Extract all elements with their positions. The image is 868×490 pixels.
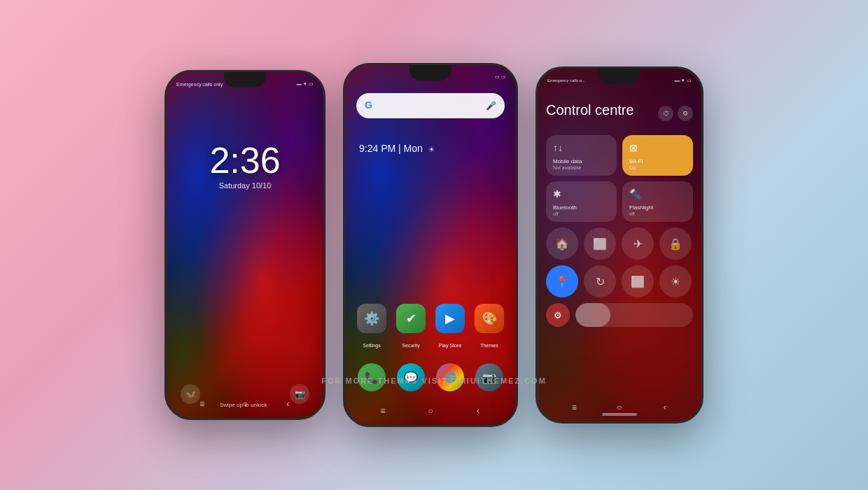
lock-rotation-icon[interactable]: 🔒: [659, 227, 692, 260]
nav-bar-phone3: ≡ ○ ‹: [538, 400, 701, 414]
app-security[interactable]: ✔ Security: [396, 304, 426, 348]
themes-label: Themes: [475, 343, 504, 348]
status-right-phone1: ▪▪▪ ▾ ▭: [297, 81, 314, 87]
nav-home-icon-p1[interactable]: ○: [238, 397, 252, 411]
signal-icon-phone3: ▪▪▪: [675, 78, 680, 83]
google-search-bar[interactable]: G 🎤: [356, 93, 505, 118]
brightness-slider[interactable]: [575, 303, 693, 327]
wifi-label-group: WI-FI On: [629, 158, 643, 170]
app-settings[interactable]: ⚙️ Settings: [357, 304, 386, 348]
control-top-tiles: ↑↓ Mobile data Not available ⊠ WI-FI On: [546, 135, 693, 176]
nav-menu-icon-p1[interactable]: ≡: [195, 397, 209, 411]
playstore-app-icon[interactable]: ▶: [435, 304, 465, 333]
bluetooth-tile[interactable]: ✱ Bluetooth off: [546, 181, 617, 222]
nav-back-icon-p1[interactable]: ‹: [281, 397, 295, 411]
brightness-tile-icon[interactable]: ☀: [659, 265, 692, 298]
control-centre-title: Control centre: [546, 102, 634, 118]
signal-icon-phone1: ▪▪▪: [297, 82, 302, 87]
wallpaper-lockscreen: [167, 72, 323, 418]
nav-bar-phone2: ≡ ○ ‹: [345, 404, 516, 418]
brightness-icon: ☀: [428, 146, 435, 153]
control-centre-content: Control centre ⏱ ⚙ ↑↓ Mobile data Not av…: [546, 93, 693, 332]
bluetooth-icon: ✱: [553, 188, 561, 200]
flashlight-icon: 🔦: [629, 188, 641, 200]
wifi-status-icon: ▾: [682, 78, 685, 83]
flashlight-label-group: Flashlight off: [629, 204, 653, 216]
nav-home-icon-p2[interactable]: ○: [424, 404, 438, 418]
settings-gear-icon[interactable]: ⚙: [678, 106, 693, 121]
app-themes[interactable]: 🎨 Themes: [475, 304, 504, 348]
nav-menu-icon-p3[interactable]: ≡: [567, 400, 581, 414]
nav-back-icon-p3[interactable]: ‹: [658, 400, 672, 414]
timer-icon[interactable]: ⏱: [658, 106, 673, 121]
watermark: FOR MORE THEMES VISIT - MIUITHEMEZ.COM: [321, 377, 547, 385]
nav-back-icon-p2[interactable]: ‹: [471, 404, 485, 418]
settings-label: Settings: [357, 343, 386, 348]
status-left-phone3: Emergency calls o...: [547, 78, 585, 83]
small-icons-row1: 🏠 ⬜ ✈ 🔒: [546, 227, 693, 260]
status-left-phone1: Emergency calls only: [176, 82, 223, 87]
playstore-icon: ▶: [445, 311, 455, 326]
notch-phone1: [224, 72, 266, 88]
security-icon: ✔: [406, 311, 416, 326]
brightness-fill: [575, 303, 610, 327]
lock-clock: 2:36: [167, 142, 323, 178]
mobile-data-icon: ↑↓: [553, 142, 563, 153]
flashlight-tile[interactable]: 🔦 Flashlight off: [622, 181, 693, 222]
settings-app-icon[interactable]: ⚙️: [357, 304, 386, 333]
home-control-icon[interactable]: 🏠: [546, 227, 578, 260]
wifi-tile[interactable]: ⊠ WI-FI On: [622, 135, 693, 176]
app-playstore[interactable]: ▶ Play Store: [435, 304, 465, 348]
apps-grid: ⚙️ Settings ✔ Security ▶ Play Store: [352, 304, 509, 348]
wifi-tile-icon: ⊠: [629, 142, 638, 153]
security-app-icon[interactable]: ✔: [396, 304, 426, 333]
control-settings-icons: ⏱ ⚙: [658, 106, 693, 121]
location-icon[interactable]: 📍: [546, 265, 578, 298]
notch-phone2: [410, 65, 451, 80]
battery-icon-phone2: ▭ ▭: [495, 74, 506, 80]
phone-lockscreen: Emergency calls only ▪▪▪ ▾ ▭ 2:36 Saturd…: [164, 70, 326, 420]
control-second-tiles: ✱ Bluetooth off 🔦 Flashlight off: [546, 181, 693, 222]
mobile-data-label: Mobile data Not available: [553, 158, 582, 170]
status-right-phone2: ▭ ▭: [495, 74, 506, 80]
settings-small-icon[interactable]: ⚙: [546, 303, 570, 327]
lock-time: 2:36 Saturday 10/10: [167, 142, 323, 190]
settings-icon: ⚙️: [364, 311, 379, 326]
mic-icon[interactable]: 🎤: [486, 101, 496, 111]
lock-date: Saturday 10/10: [167, 181, 323, 190]
themes-icon: 🎨: [482, 311, 497, 326]
playstore-label: Play Store: [435, 343, 465, 348]
themes-app-icon[interactable]: 🎨: [475, 304, 504, 333]
security-label: Security: [396, 343, 426, 348]
phones-container: Emergency calls only ▪▪▪ ▾ ▭ 2:36 Saturd…: [164, 63, 704, 427]
bluetooth-label-group: Bluetooth off: [553, 204, 577, 216]
phone-homescreen: ▭ ▭ G 🎤 9:24 PM | Mon ☀ ⚙️: [343, 63, 518, 427]
refresh-icon[interactable]: ↻: [584, 265, 616, 298]
expand-icon[interactable]: ⬜: [622, 265, 654, 298]
battery-icon-phone3: ▭: [687, 78, 692, 83]
nav-home-icon-p3[interactable]: ○: [612, 400, 626, 414]
nav-menu-icon-p2[interactable]: ≡: [376, 404, 390, 418]
screen-record-icon[interactable]: ⬜: [584, 227, 616, 260]
mobile-data-tile[interactable]: ↑↓ Mobile data Not available: [546, 135, 617, 176]
airplane-mode-icon[interactable]: ✈: [622, 227, 654, 260]
home-datetime: 9:24 PM | Mon ☀: [359, 142, 435, 155]
phone-control-centre: Emergency calls o... ▪▪▪ ▾ ▭ Control cen…: [536, 66, 704, 424]
nav-bar-phone1: ≡ ○ ‹: [167, 397, 323, 411]
wifi-icon-phone1: ▾: [304, 81, 307, 87]
google-logo: G: [365, 99, 377, 112]
battery-icon-phone1: ▭: [309, 81, 314, 87]
brightness-row: ⚙: [546, 303, 693, 327]
notch-phone3: [598, 69, 640, 84]
status-right-phone3: ▪▪▪ ▾ ▭: [675, 78, 692, 83]
small-icons-row2: 📍 ↻ ⬜ ☀: [546, 265, 693, 298]
home-time: 9:24 PM | Mon ☀: [359, 143, 435, 154]
